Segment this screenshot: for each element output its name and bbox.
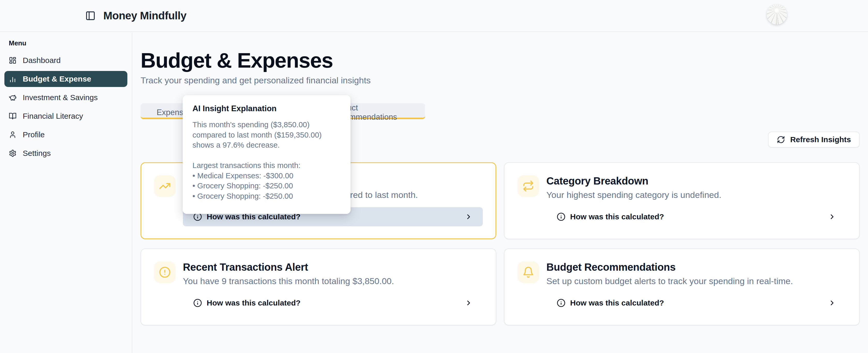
card-description: Set up custom budget alerts to track you…: [547, 276, 846, 286]
card-budget-recommendations: Budget Recommendations Set up custom bud…: [504, 248, 860, 325]
sidebar-toggle-button[interactable]: [85, 10, 96, 21]
sidebar-item-label: Financial Literacy: [23, 112, 83, 120]
info-icon: [557, 298, 565, 307]
sidebar-item-label: Settings: [23, 149, 51, 158]
popover-body: This month's spending ($3,850.00) compar…: [192, 119, 341, 201]
sidebar-menu-label: Menu: [9, 39, 127, 47]
card-title: Budget Recommendations: [547, 261, 846, 273]
app-title: Money Mindfully: [103, 9, 187, 22]
sidebar-item-label: Profile: [23, 130, 45, 139]
chevron-right-icon: [828, 299, 836, 307]
refresh-insights-label: Refresh Insights: [790, 135, 851, 144]
sidebar-nav: Dashboard Budget & Expense Investment & …: [4, 52, 127, 161]
card-description: You have 9 transactions this month total…: [183, 276, 483, 286]
sidebar-item-dashboard[interactable]: Dashboard: [4, 52, 127, 68]
chevron-right-icon: [465, 299, 472, 307]
gear-icon: [9, 149, 17, 157]
card-category-breakdown: Category Breakdown Your highest spending…: [504, 162, 860, 239]
how-calculated-button[interactable]: How was this calculated?: [183, 293, 483, 313]
card-title: Recent Transactions Alert: [183, 261, 483, 273]
user-icon: [9, 131, 17, 139]
refresh-icon: [777, 136, 785, 144]
sidebar-item-budget-expense[interactable]: Budget & Expense: [4, 71, 127, 87]
avatar[interactable]: [767, 4, 787, 25]
alert-circle-icon: [154, 261, 176, 283]
sidebar-item-financial-literacy[interactable]: Financial Literacy: [4, 108, 127, 124]
refresh-insights-button[interactable]: Refresh Insights: [768, 132, 860, 148]
chevron-right-icon: [465, 213, 472, 221]
sidebar-item-label: Investment & Savings: [23, 93, 98, 102]
how-calculated-label: How was this calculated?: [570, 212, 664, 221]
how-calculated-label: How was this calculated?: [207, 298, 301, 307]
page-title: Budget & Expenses: [141, 48, 860, 72]
info-icon: [557, 212, 565, 221]
popover-title: AI Insight Explanation: [192, 104, 341, 113]
sidebar-item-investment-savings[interactable]: Investment & Savings: [4, 90, 127, 106]
how-calculated-label: How was this calculated?: [570, 298, 664, 307]
ai-insight-popover: AI Insight Explanation This month's spen…: [183, 95, 350, 214]
sidebar-item-settings[interactable]: Settings: [4, 145, 127, 161]
bar-chart-icon: [9, 75, 17, 83]
card-recent-transactions-alert: Recent Transactions Alert You have 9 tra…: [141, 248, 496, 325]
page-subtitle: Track your spending and get personalized…: [141, 75, 860, 86]
how-calculated-button[interactable]: How was this calculated?: [547, 207, 846, 226]
app-header: Money Mindfully: [0, 0, 868, 32]
panel-left-icon: [85, 10, 96, 21]
sidebar-item-label: Budget & Expense: [23, 75, 91, 83]
trending-up-icon: [154, 175, 176, 197]
card-title: Category Breakdown: [547, 175, 846, 187]
layout-dashboard-icon: [9, 57, 17, 64]
info-icon: [193, 298, 202, 307]
sidebar-item-profile[interactable]: Profile: [4, 127, 127, 143]
repeat-icon: [518, 175, 539, 197]
piggy-bank-icon: [9, 94, 17, 101]
book-open-icon: [9, 112, 17, 120]
chevron-right-icon: [828, 213, 836, 221]
bell-icon: [518, 261, 539, 283]
sidebar-item-label: Dashboard: [23, 56, 61, 65]
sidebar: Menu Dashboard Budget & Expense Investme…: [0, 33, 132, 353]
card-description: Your highest spending category is undefi…: [547, 190, 846, 200]
how-calculated-button[interactable]: How was this calculated?: [547, 293, 846, 313]
